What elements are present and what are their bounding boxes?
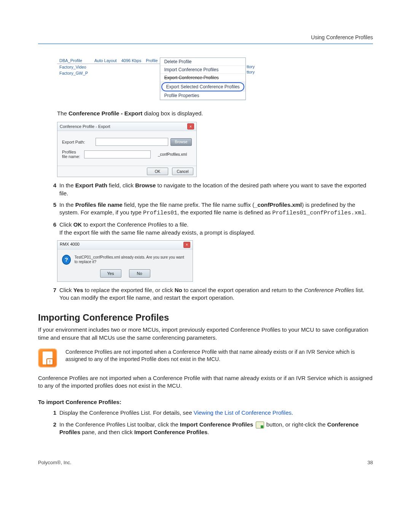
- procedure-heading: To import Conference Profiles:: [38, 399, 373, 405]
- close-icon[interactable]: ×: [183, 242, 190, 248]
- menu-item-delete-profile[interactable]: Delete Profile: [160, 58, 245, 66]
- import-step-2: 2 In the Conference Profiles List toolba…: [46, 421, 373, 436]
- no-button[interactable]: No: [129, 269, 150, 278]
- context-menu-screenshot: DBA_Profile Auto Layout 4096 Kbps Profil…: [57, 58, 373, 100]
- footer-page-number: 38: [368, 460, 373, 465]
- cancel-button[interactable]: Cancel: [172, 168, 193, 175]
- filename-suffix: _confProfiles.xml: [153, 152, 192, 157]
- header-title: Using Conference Profiles: [311, 34, 373, 40]
- step-5: 5 In the Profiles file name field, type …: [46, 201, 373, 217]
- profile-name: Factory_Video: [59, 65, 86, 69]
- intro-line: The Conference Profile - Export dialog b…: [57, 110, 373, 117]
- import-profiles-toolbar-icon: [256, 422, 264, 428]
- profiles-filename-label: Profiles file name:: [62, 150, 82, 159]
- context-menu: Delete Profile Import Conference Profile…: [160, 58, 245, 100]
- menu-item-export-selected-profiles[interactable]: Export Selected Conference Profiles: [162, 83, 244, 91]
- step-4: 4 In the Export Path field, click Browse…: [46, 182, 373, 197]
- export-path-input[interactable]: [96, 138, 168, 146]
- section-heading-importing: Importing Conference Profiles: [38, 312, 373, 323]
- page-header: Using Conference Profiles: [38, 34, 373, 44]
- note-icon: [38, 348, 57, 367]
- profile-type: Profile: [146, 58, 158, 63]
- profile-layout: Auto Layout: [94, 58, 117, 63]
- export-path-label: Export Path:: [62, 140, 93, 144]
- menu-item-profile-properties[interactable]: Profile Properties: [160, 92, 245, 100]
- yes-button[interactable]: Yes: [100, 269, 121, 278]
- menu-item-import-profiles[interactable]: Import Conference Profiles: [160, 66, 245, 74]
- note-text: Conference Profiles are not imported whe…: [65, 348, 373, 363]
- page-footer: Polycom®, Inc. 38: [38, 455, 373, 465]
- ok-button[interactable]: OK: [147, 168, 168, 175]
- import-step-1: 1 Display the Conference Profiles List. …: [46, 409, 373, 417]
- importing-intro: If your environment includes two or more…: [38, 326, 373, 342]
- step-7: 7 Click Yes to replace the exported file…: [46, 286, 373, 302]
- replace-prompt-dialog: RMX 4000 × ? TestCP01_confProfiles.xml a…: [57, 240, 193, 282]
- profiles-filename-input[interactable]: [84, 150, 151, 158]
- profile-rate: 4096 Kbps: [121, 58, 142, 63]
- step-6: 6 Click OK to export the Conference Prof…: [46, 221, 373, 236]
- close-icon[interactable]: ×: [187, 123, 194, 129]
- dialog-title: RMX 4000: [60, 242, 80, 248]
- footer-company: Polycom®, Inc.: [38, 460, 72, 465]
- dialog-title: Conference Profile - Export: [60, 124, 110, 129]
- export-dialog: Conference Profile - Export × Export Pat…: [57, 122, 197, 177]
- list-cell: ttory: [246, 64, 255, 69]
- profile-name: DBA_Profile: [59, 58, 82, 63]
- importing-para2: Conference Profiles are not imported whe…: [38, 374, 373, 390]
- viewing-profiles-link[interactable]: Viewing the List of Conference Profiles: [194, 409, 292, 416]
- profile-name: Factory_GW_P: [59, 71, 88, 75]
- browse-button[interactable]: Browse: [170, 138, 192, 146]
- menu-item-export-profiles[interactable]: Export Conference Profiles: [160, 74, 245, 82]
- question-icon: ?: [62, 255, 71, 265]
- prompt-message: TestCP01_confProfiles.xml already exists…: [75, 255, 188, 264]
- note-block: Conference Profiles are not imported whe…: [38, 348, 373, 367]
- list-cell: ttory: [246, 69, 255, 75]
